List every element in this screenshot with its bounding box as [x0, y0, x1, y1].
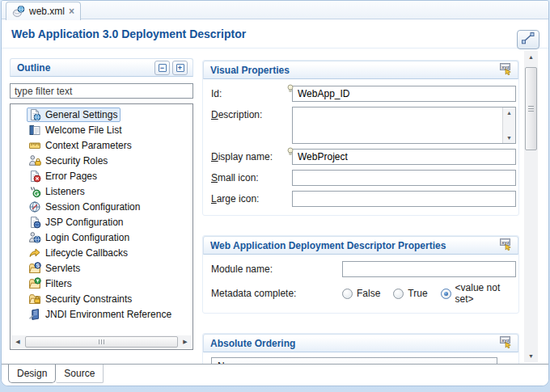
absolute-ordering-header: Absolute Ordering xyz — [203, 334, 518, 352]
content-assist-bulb-icon — [287, 82, 294, 96]
web-xml-editor: web.xml × Web Application 3.0 Deployment… — [1, 0, 549, 386]
description-field[interactable]: ▲ ▼ — [292, 107, 516, 144]
tree-item-error-pages[interactable]: Error Pages — [11, 168, 192, 183]
tree-item-jndi-environment-references[interactable]: JNDI Environment Reference — [11, 306, 192, 322]
tree-item-label: JNDI Environment Reference — [45, 309, 171, 320]
absolute-ordering-table[interactable]: Name — [211, 357, 497, 364]
properties-panel: Visual Properties xyz Id: Descripti — [202, 49, 519, 364]
section-visual-properties: Visual Properties xyz Id: Descripti — [202, 60, 519, 216]
properties-scrollbar[interactable]: ▲ ▼ — [524, 51, 538, 362]
scroll-up-icon[interactable]: ▲ — [524, 51, 538, 63]
large-icon-label: Large icon: — [211, 193, 292, 204]
collapse-all-button[interactable]: − — [154, 61, 170, 75]
tree-item-security-roles[interactable]: Security Roles — [11, 153, 192, 168]
content-assist-bulb-icon — [287, 145, 294, 159]
tree-item-general-settings[interactable]: General Settings — [11, 107, 192, 122]
id-label: Id: — [211, 88, 292, 99]
marquee-select-button[interactable] — [517, 30, 539, 49]
tree-item-servlets[interactable]: SServlets — [11, 260, 192, 276]
tree-item-filters[interactable]: Filters — [11, 276, 192, 291]
id-field[interactable] — [292, 86, 516, 102]
tree-item-lifecycle-callbacks[interactable]: Lifecycle Callbacks — [11, 245, 192, 260]
show-xml-attributes-icon[interactable]: xyz — [499, 62, 513, 78]
radio-false[interactable]: False — [342, 288, 380, 299]
description-scrollbar[interactable]: ▲ ▼ — [502, 107, 515, 143]
web-xml-file-icon — [12, 5, 25, 18]
tab-label: web.xml — [29, 6, 65, 17]
tree-item-listeners[interactable]: Listeners — [11, 183, 192, 199]
show-xml-attributes-icon[interactable]: xyz — [499, 335, 513, 352]
tree-horizontal-scrollbar[interactable]: ◀ ▶ — [11, 335, 192, 348]
display-name-field[interactable] — [292, 149, 516, 165]
scroll-up-icon[interactable]: ▲ — [506, 110, 512, 116]
tab-source[interactable]: Source — [56, 365, 104, 383]
tree-item-security-constraints[interactable]: Security Constraints — [11, 291, 192, 306]
radio-value-not-set[interactable]: <value not set> — [441, 282, 503, 305]
lifecycle-callbacks-icon — [28, 247, 41, 259]
horizontal-scroll-thumb[interactable] — [25, 336, 178, 348]
tree-item-label: Login Configuration — [45, 232, 129, 243]
tree-item-label: Listeners — [45, 186, 85, 197]
tree-item-context-parameters[interactable]: Context Parameters — [11, 137, 192, 153]
general-settings-icon — [28, 108, 41, 121]
display-name-label: Display name: — [211, 151, 292, 162]
header-row: Web Application 3.0 Deployment Descripto… — [2, 19, 548, 48]
metadata-complete-radios: FalseTrue<value not set> — [342, 282, 516, 305]
tree-item-label: Lifecycle Callbacks — [45, 247, 128, 259]
radio-button-icon[interactable] — [393, 289, 404, 299]
page-tab-bar: Design Source — [2, 364, 548, 386]
expand-all-button[interactable]: + — [172, 61, 188, 75]
tree-item-jsp-configuration[interactable]: JSP Configuration — [11, 214, 192, 230]
scroll-right-icon[interactable]: ▶ — [179, 335, 192, 348]
visual-properties-header: Visual Properties xyz — [203, 61, 518, 79]
jndi-environment-references-icon — [28, 308, 41, 321]
session-configuration-icon — [28, 200, 41, 213]
metadata-complete-label: Metadata complete: — [211, 288, 342, 299]
filter-input[interactable] — [10, 83, 193, 99]
tree-item-label: Welcome File List — [45, 124, 121, 136]
tree-item-label: Context Parameters — [45, 140, 132, 151]
security-roles-icon — [28, 154, 41, 167]
tree-item-login-configuration[interactable]: Login Configuration — [11, 230, 192, 245]
error-pages-icon — [28, 170, 41, 183]
svg-text:xyz: xyz — [501, 240, 510, 245]
radio-label: True — [408, 288, 427, 299]
svg-text:xyz: xyz — [501, 65, 510, 70]
scroll-down-icon[interactable]: ▼ — [506, 135, 512, 141]
scroll-left-icon[interactable]: ◀ — [11, 335, 24, 348]
section-descriptor-properties: Web Application Deployment Descriptor Pr… — [202, 235, 519, 314]
scroll-down-icon[interactable]: ▼ — [524, 350, 538, 362]
radio-button-icon[interactable] — [441, 289, 451, 299]
expand-all-icon: + — [176, 64, 184, 72]
table-column-header[interactable]: Name — [212, 358, 497, 364]
tree-item-label: General Settings — [45, 109, 117, 120]
radio-true[interactable]: True — [393, 288, 427, 299]
eclipse-editor-window: web.xml × Web Application 3.0 Deployment… — [0, 0, 550, 392]
outline-tree[interactable]: General SettingsWelcome File ListContext… — [10, 103, 193, 350]
svg-text:xyz: xyz — [501, 338, 510, 343]
tree-item-welcome-file-list[interactable]: Welcome File List — [11, 122, 192, 137]
tab-web-xml[interactable]: web.xml × — [6, 2, 81, 20]
radio-button-icon[interactable] — [342, 289, 353, 299]
jsp-configuration-icon — [28, 216, 41, 229]
tree-item-label: Filters — [45, 278, 72, 289]
editor-tab-bar: web.xml × — [2, 1, 548, 19]
show-xml-attributes-icon[interactable]: xyz — [499, 238, 513, 254]
close-icon[interactable]: × — [69, 6, 74, 16]
security-constraints-icon — [28, 293, 41, 306]
marquee-select-icon — [521, 32, 535, 48]
servlets-icon: S — [28, 262, 41, 275]
small-icon-field[interactable] — [292, 170, 516, 186]
module-name-field[interactable] — [342, 261, 516, 277]
tree-item-session-configuration[interactable]: Session Configuration — [11, 199, 192, 214]
page-title: Web Application 3.0 Deployment Descripto… — [11, 27, 246, 40]
radio-label: False — [357, 288, 380, 299]
welcome-file-list-icon — [28, 124, 41, 137]
descriptor-properties-header: Web Application Deployment Descriptor Pr… — [203, 236, 518, 255]
descriptor-properties-title: Web Application Deployment Descriptor Pr… — [210, 240, 446, 251]
vertical-scroll-thumb[interactable] — [525, 67, 537, 150]
large-icon-field[interactable] — [292, 191, 516, 207]
radio-label: <value not set> — [455, 282, 503, 305]
tab-design[interactable]: Design — [8, 365, 56, 383]
tree-item-label: Security Constraints — [45, 293, 132, 305]
